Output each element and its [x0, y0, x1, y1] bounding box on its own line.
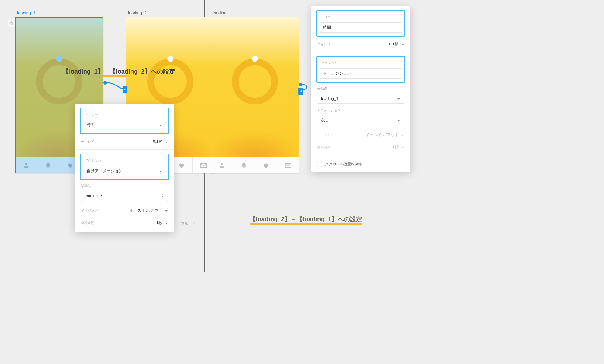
delay-select[interactable]: 0.1秒 [389, 41, 404, 47]
chevron-down-icon [401, 43, 404, 46]
animation-value: なし [321, 117, 329, 123]
action-select[interactable]: 自動アニメーション [83, 166, 166, 176]
artboard-label-loading1[interactable]: loading_1 [17, 10, 36, 15]
easing-select: イーズイン/アウト [366, 132, 404, 138]
wire-arrow-right[interactable] [123, 86, 127, 93]
transition-panel-left: トリガー 時間 ディレイ 0.1秒 アクション 自動アニメーション 移動先 lo… [75, 104, 174, 232]
callout-left: 【loading_1】→【loading_2】への設定 [63, 67, 175, 76]
svg-point-2 [103, 81, 107, 85]
trigger-select[interactable]: 時間 [83, 120, 166, 130]
chevron-down-icon [165, 209, 168, 212]
chevron-down-icon [159, 123, 162, 127]
chevron-down-icon [397, 97, 400, 100]
destination-value: loading_2 [85, 194, 102, 198]
svg-point-4 [299, 83, 303, 86]
action-value: トランジション [323, 71, 351, 76]
chevron-down-icon [401, 146, 404, 149]
trigger-value: 時間 [87, 122, 95, 128]
duration-select[interactable]: 1秒 [156, 220, 168, 226]
chevron-down-icon [165, 221, 168, 224]
artboard-loading1-right[interactable] [211, 17, 299, 173]
svg-point-0 [25, 163, 27, 165]
callout-left-text: 【loading_1】→【loading_2】への設定 [63, 68, 175, 75]
delay-label: ディレイ [317, 42, 331, 47]
transition-panel-right: トリガー 時間 ディレイ 0.1秒 アクション トランジション 移動先 load… [311, 6, 410, 172]
destination-label: 移動先 [317, 86, 404, 91]
trigger-highlight: トリガー 時間 [80, 108, 169, 134]
duration-value: 1秒 [393, 144, 399, 150]
easing-value: イーズイン/アウト [129, 208, 162, 213]
trigger-select[interactable]: 時間 [319, 22, 402, 33]
wire-arrow-left[interactable] [298, 88, 303, 95]
trigger-value: 時間 [323, 25, 331, 30]
checkbox-icon [317, 162, 322, 167]
bottom-nav [211, 157, 299, 173]
artboard-label-loading1-right[interactable]: loading_1 [213, 10, 231, 15]
destination-select[interactable]: loading_1 [317, 93, 404, 104]
destination-label: 移動先 [81, 184, 168, 188]
trigger-label: トリガー [85, 112, 164, 117]
delay-value: 0.1秒 [389, 41, 399, 47]
nav-bell-icon[interactable] [37, 157, 59, 173]
duration-label: 継続時間 [317, 145, 331, 150]
delay-label: ディレイ [81, 139, 94, 144]
preserve-scroll-checkbox-row[interactable]: スクロール位置を保持 [317, 162, 404, 167]
duration-label: 継続時間 [81, 221, 94, 225]
chevron-down-icon [401, 133, 404, 136]
home-button[interactable] [8, 19, 15, 27]
action-value: 自動アニメーション [87, 168, 123, 174]
action-highlight: アクション 自動アニメーション [80, 154, 169, 180]
easing-select[interactable]: イーズイン/アウト [129, 208, 168, 213]
nav-bell-icon[interactable] [233, 157, 255, 173]
chevron-down-icon [159, 169, 162, 173]
chevron-down-icon [161, 194, 164, 197]
callout-right-text: 【loading_2】→【loading_1】への設定 [250, 216, 362, 222]
animation-select[interactable]: なし [317, 115, 404, 125]
action-label: アクション [321, 61, 401, 65]
callout-right: 【loading_2】→【loading_1】への設定 [250, 215, 362, 223]
easing-value: イーズイン/アウト [366, 132, 399, 138]
preserve-scroll-label: スクロール位置を保持 [325, 162, 362, 167]
home-icon [9, 21, 14, 25]
chevron-down-icon [395, 72, 398, 75]
nav-heart-icon[interactable] [255, 157, 277, 173]
nav-user-icon[interactable] [211, 157, 233, 173]
destination-value: loading_1 [321, 96, 338, 101]
svg-point-3 [221, 163, 223, 165]
easing-label: イージング [317, 133, 334, 137]
nav-mail-icon[interactable] [277, 157, 299, 173]
chevron-down-icon [165, 140, 168, 143]
artboard-label-loading2[interactable]: loading_2 [128, 10, 147, 15]
nav-user-icon[interactable] [15, 157, 37, 173]
chevron-down-icon [395, 26, 398, 29]
duration-value: 1秒 [156, 220, 162, 226]
chevron-down-icon [397, 119, 400, 122]
animation-label: アニメーション [317, 108, 404, 112]
duration-select: 1秒 [393, 144, 404, 150]
delay-value: 0.1秒 [153, 139, 162, 144]
destination-select[interactable]: loading_2 [81, 191, 168, 201]
action-label: アクション [85, 158, 164, 163]
fragment-text-1: フル - ノ [181, 221, 195, 226]
delay-select[interactable]: 0.1秒 [153, 139, 168, 144]
action-highlight: アクション トランジション [316, 56, 405, 83]
easing-label: イージング [81, 208, 98, 213]
action-select[interactable]: トランジション [319, 68, 402, 79]
trigger-label: トリガー [321, 15, 401, 19]
trigger-highlight: トリガー 時間 [316, 10, 405, 37]
